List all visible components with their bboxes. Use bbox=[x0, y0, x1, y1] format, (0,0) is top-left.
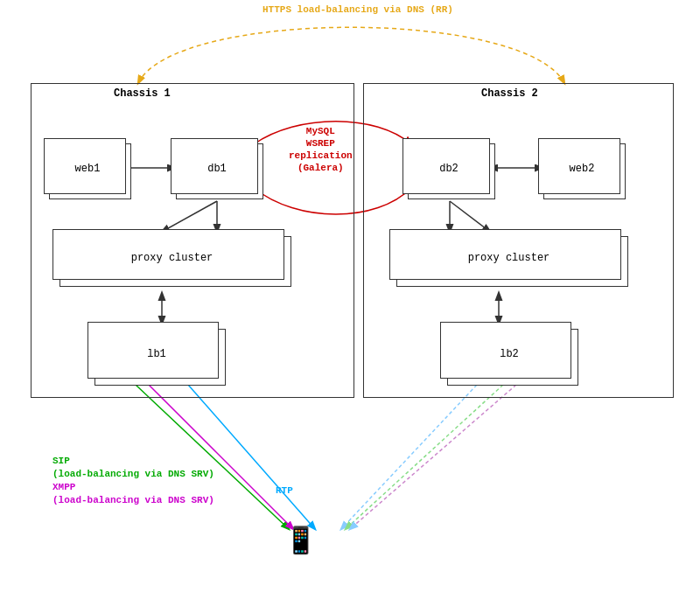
sip-label: SIP(load-balancing via DNS SRV) bbox=[52, 455, 214, 481]
chassis2-label: Chassis 2 bbox=[481, 87, 538, 100]
phone-icon: 📱 bbox=[284, 525, 317, 557]
lb2-stack: lb2 bbox=[440, 322, 580, 387]
xmpp-label: XMPP(load-balancing via DNS SRV) bbox=[52, 481, 214, 507]
lb1-stack: lb1 bbox=[88, 322, 228, 387]
chassis1-label: Chassis 1 bbox=[114, 87, 171, 100]
svg-line-13 bbox=[350, 385, 516, 529]
proxy-cluster-left-stack: proxy cluster bbox=[52, 229, 293, 289]
https-label: HTTPS load-balancing via DNS (RR) bbox=[262, 4, 453, 15]
rtp-label: RTP bbox=[276, 485, 293, 496]
db1-stack: db1 bbox=[171, 138, 267, 201]
diagram-container: HTTPS load-balancing via DNS (RR) Chassi… bbox=[0, 0, 700, 592]
mysql-label: MySQLWSREPreplication(Galera) bbox=[289, 125, 353, 174]
svg-line-11 bbox=[341, 385, 477, 529]
proxy-cluster-right-stack: proxy cluster bbox=[389, 229, 630, 289]
web2-stack: web2 bbox=[538, 138, 626, 201]
web1-stack: web1 bbox=[44, 138, 131, 201]
svg-line-12 bbox=[346, 385, 503, 529]
db2-stack: db2 bbox=[402, 138, 499, 201]
